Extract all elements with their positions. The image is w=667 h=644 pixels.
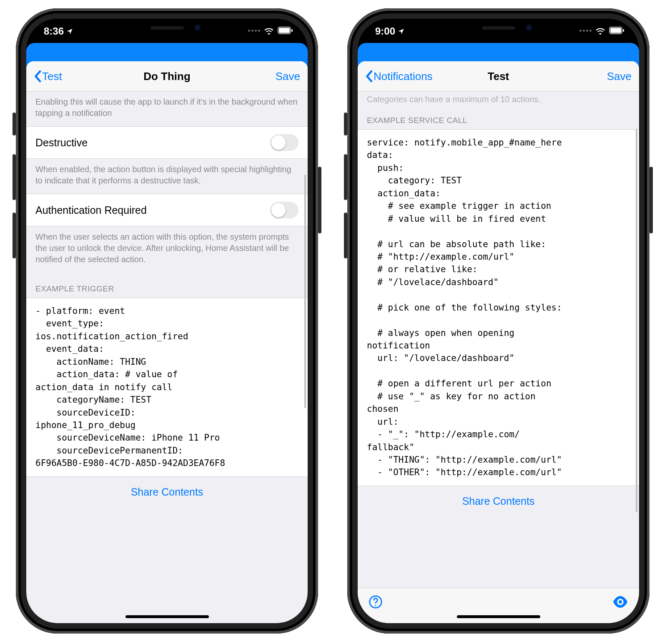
cutoff-description: Categories can have a maximum of 10 acti… bbox=[358, 91, 639, 104]
auth-required-label: Authentication Required bbox=[35, 204, 147, 216]
power-button bbox=[318, 167, 321, 233]
share-contents-button[interactable]: Share Contents bbox=[358, 486, 639, 516]
save-button[interactable]: Save bbox=[607, 70, 632, 83]
share-contents-button[interactable]: Share Contents bbox=[26, 477, 308, 507]
volume-up bbox=[344, 154, 347, 200]
eye-icon[interactable] bbox=[612, 596, 628, 609]
chevron-left-icon bbox=[34, 70, 41, 83]
chevron-left-icon bbox=[365, 70, 373, 83]
nav-bar: Test Do Thing Save bbox=[26, 61, 308, 92]
volume-down bbox=[13, 213, 16, 258]
back-button[interactable]: Test bbox=[34, 70, 62, 83]
notch bbox=[105, 19, 230, 37]
phone-frame-left: 8:36 Test Do Thing bbox=[16, 8, 318, 634]
svg-rect-1 bbox=[279, 28, 290, 33]
example-trigger-header: EXAMPLE TRIGGER bbox=[26, 273, 308, 298]
cellular-dots-icon bbox=[579, 30, 592, 32]
example-service-header: EXAMPLE SERVICE CALL bbox=[358, 104, 639, 129]
status-time: 9:00 bbox=[375, 25, 395, 37]
svg-point-7 bbox=[375, 605, 376, 606]
destructive-label: Destructive bbox=[35, 137, 88, 149]
location-icon bbox=[398, 25, 404, 37]
launch-setting-description: Enabling this will cause the app to laun… bbox=[26, 91, 308, 126]
save-button[interactable]: Save bbox=[276, 70, 300, 83]
mute-switch bbox=[13, 113, 16, 135]
phone-frame-right: 9:00 Notifications bbox=[347, 8, 649, 634]
battery-icon bbox=[609, 27, 624, 34]
nav-bar: Notifications Test Save bbox=[358, 61, 639, 92]
scroll-indicator[interactable] bbox=[636, 129, 637, 512]
svg-rect-2 bbox=[291, 29, 293, 32]
help-icon[interactable] bbox=[369, 595, 383, 611]
home-indicator[interactable] bbox=[457, 615, 540, 618]
nav-title: Do Thing bbox=[26, 70, 308, 83]
notch bbox=[436, 19, 561, 37]
wifi-icon bbox=[595, 26, 606, 35]
volume-up bbox=[13, 154, 16, 200]
volume-down bbox=[344, 213, 347, 258]
destructive-row[interactable]: Destructive bbox=[26, 126, 308, 159]
auth-required-toggle[interactable] bbox=[270, 202, 298, 218]
back-label: Test bbox=[42, 70, 62, 83]
destructive-description: When enabled, the action button is displ… bbox=[26, 159, 308, 194]
battery-icon bbox=[278, 27, 293, 34]
cellular-dots-icon bbox=[248, 30, 260, 32]
home-indicator[interactable] bbox=[125, 615, 209, 618]
svg-rect-4 bbox=[610, 28, 621, 33]
auth-required-description: When the user selects an action with thi… bbox=[26, 226, 308, 273]
scroll-indicator[interactable] bbox=[304, 175, 306, 408]
svg-rect-5 bbox=[623, 29, 624, 32]
power-button bbox=[649, 167, 653, 233]
destructive-toggle[interactable] bbox=[270, 134, 298, 151]
status-time: 8:36 bbox=[44, 25, 64, 37]
location-icon bbox=[66, 25, 73, 37]
mute-switch bbox=[344, 113, 347, 135]
back-label: Notifications bbox=[374, 70, 433, 83]
example-service-code: service: notify.mobile_app_#name_here da… bbox=[358, 129, 639, 486]
auth-required-row[interactable]: Authentication Required bbox=[26, 194, 308, 226]
wifi-icon bbox=[263, 26, 274, 35]
back-button[interactable]: Notifications bbox=[365, 70, 433, 83]
example-trigger-code: - platform: event event_type: ios.notifi… bbox=[26, 298, 308, 477]
svg-point-8 bbox=[619, 600, 622, 604]
